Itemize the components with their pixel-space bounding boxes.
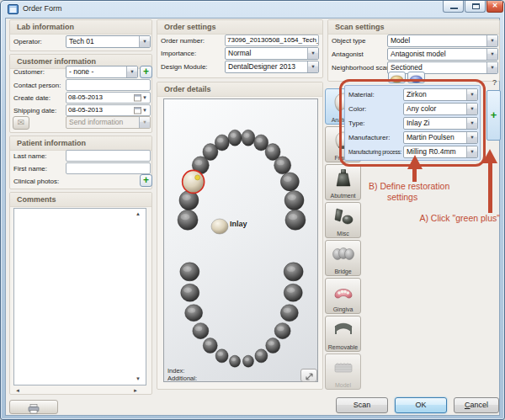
shipping-date-label: Shipping date: <box>13 107 56 114</box>
importance-label: Importance: <box>161 50 196 57</box>
window-icon <box>8 3 19 19</box>
design-module-combo[interactable]: DentalDesigner 2013▼ <box>225 61 319 73</box>
importance-combo[interactable]: Normal▼ <box>225 47 319 60</box>
clinical-photos-label: Clinical photos: <box>13 178 59 185</box>
object-type-combo[interactable]: Model▼ <box>387 35 498 47</box>
window-title: Order Form <box>23 4 62 13</box>
index-label: Index: <box>167 367 184 375</box>
dropdown-arrow-icon: ▼ <box>466 89 477 100</box>
tab-gingiva[interactable]: Gingiva <box>325 278 361 314</box>
dropdown-arrow-icon: ▼ <box>486 49 497 60</box>
dropdown-arrow-icon: ▼ <box>466 132 477 143</box>
close-icon: ✕ <box>492 2 498 9</box>
model-icon <box>332 357 354 379</box>
add-clinical-photo-button[interactable]: + <box>140 174 152 187</box>
contact-person-label: Contact person: <box>13 82 61 89</box>
create-date-field[interactable]: 08-05-2013 ▼ <box>66 92 151 104</box>
customer-information-group: Customer information Customer: - none -▼… <box>9 54 152 133</box>
scan-button[interactable]: Scan <box>336 397 388 413</box>
customer-combo[interactable]: - none -▼ <box>66 66 138 78</box>
manufacturing-process-combo[interactable]: Milling R0.4mm▼ <box>403 146 478 158</box>
order-form-window: Order Form ✕ Lab information Operator: T… <box>0 0 505 420</box>
scroll-left-icon[interactable]: ◄ <box>15 388 20 393</box>
maximize-button[interactable] <box>465 1 486 13</box>
shipping-date-field[interactable]: 08-05-2013 ▼ <box>66 104 151 116</box>
diagonal-arrows-icon <box>304 370 315 385</box>
minimize-button[interactable] <box>443 1 464 13</box>
misc-icon <box>332 205 354 227</box>
tab-misc[interactable]: Misc <box>325 202 361 238</box>
cancel-button[interactable]: Cancel <box>454 397 499 413</box>
scroll-up-icon[interactable]: ▲ <box>136 211 141 216</box>
dropdown-arrow-icon: ▼ <box>307 61 318 72</box>
lab-information-group: Lab information Operator: Tech 01▼ <box>9 19 152 51</box>
envelope-icon: ✉ <box>18 118 24 127</box>
last-name-input[interactable] <box>66 150 151 162</box>
order-number-label: Order number: <box>161 37 205 45</box>
color-label: Color: <box>348 105 366 113</box>
operator-combo[interactable]: Tech 01▼ <box>66 35 151 48</box>
order-details-header: Order details <box>164 85 211 93</box>
restoration-settings-panel: Material: Zirkon▼ Color: Any color▼ Type… <box>344 85 481 161</box>
upper-jaw-button[interactable] <box>388 72 406 83</box>
material-combo[interactable]: Zirkon▼ <box>403 88 478 101</box>
send-email-button[interactable]: ✉ <box>13 116 29 130</box>
send-information-combo: Send information▼ <box>66 116 151 129</box>
scroll-right-icon[interactable]: ► <box>133 388 138 393</box>
close-button[interactable]: ✕ <box>486 1 503 13</box>
type-combo[interactable]: Inlay Zi▼ <box>403 117 478 130</box>
first-name-label: First name: <box>13 165 47 173</box>
antagonist-combo[interactable]: Antagonist model▼ <box>387 48 498 61</box>
minimize-icon <box>450 8 458 9</box>
gingiva-icon <box>332 281 354 303</box>
scroll-down-icon[interactable]: ▼ <box>136 376 141 381</box>
selected-inlay-tooth <box>183 170 205 193</box>
dropdown-arrow-icon: ▼ <box>139 36 150 47</box>
customer-information-header: Customer information <box>17 57 96 66</box>
tab-bridge[interactable]: Bridge <box>325 240 361 276</box>
ok-button[interactable]: OK <box>395 397 447 413</box>
calendar-icon: ▼ <box>132 106 149 114</box>
dropdown-arrow-icon: ▼ <box>486 35 497 46</box>
lower-jaw-icon <box>408 74 424 84</box>
patient-information-header: Patient information <box>17 139 86 147</box>
plus-icon: + <box>143 66 149 77</box>
dropdown-arrow-icon: ▼ <box>466 104 477 114</box>
comments-group: Comments ▲ ▼ ◄ ► <box>9 192 152 395</box>
dropdown-arrow-icon: ▼ <box>486 62 497 73</box>
tab-removable[interactable]: Removable <box>325 316 361 352</box>
manufacturer-label: Manufacturer: <box>348 134 390 141</box>
dropdown-arrow-icon: ▼ <box>126 66 137 77</box>
plus-icon: + <box>143 174 149 186</box>
scan-settings-group: Scan settings Object type Model▼ Antagon… <box>327 19 500 82</box>
teeth-chart-svg[interactable] <box>164 99 319 383</box>
comments-header: Comments <box>17 195 56 204</box>
lower-jaw-button[interactable] <box>407 72 425 83</box>
customer-label: Customer: <box>13 68 45 76</box>
lab-information-header: Lab information <box>17 23 74 31</box>
design-module-label: Design Module: <box>161 63 208 71</box>
antagonist-label: Antagonist <box>332 51 364 58</box>
maximize-icon <box>472 3 480 9</box>
chart-view-button[interactable] <box>300 369 317 382</box>
color-combo[interactable]: Any color▼ <box>403 103 478 115</box>
operator-label: Operator: <box>13 38 42 45</box>
green-plus-icon: + <box>491 109 497 121</box>
manufacturer-combo[interactable]: Martin Poulsen▼ <box>403 131 478 144</box>
printer-icon <box>28 402 40 417</box>
order-number-input[interactable]: 73096_20130508_1054_Tech_01 <box>225 35 319 46</box>
teeth-chart[interactable]: Inlay Index: Additional: <box>163 98 318 382</box>
comments-textarea[interactable] <box>13 208 146 385</box>
type-label: Type: <box>348 120 365 127</box>
order-settings-group: Order settings Order number: 73096_20130… <box>157 19 323 78</box>
titlebar[interactable]: Order Form ✕ <box>1 1 504 18</box>
tab-abutment[interactable]: Abutment <box>325 164 361 200</box>
add-customer-button[interactable]: + <box>140 66 152 78</box>
contact-person-input[interactable] <box>66 79 151 91</box>
restoration-help-link[interactable]: ? <box>492 78 497 87</box>
first-name-input[interactable] <box>66 162 151 174</box>
last-name-label: Last name: <box>13 152 47 160</box>
print-button[interactable] <box>9 400 58 414</box>
add-restoration-button[interactable]: + <box>486 90 501 141</box>
dropdown-arrow-icon: ▼ <box>139 117 150 128</box>
